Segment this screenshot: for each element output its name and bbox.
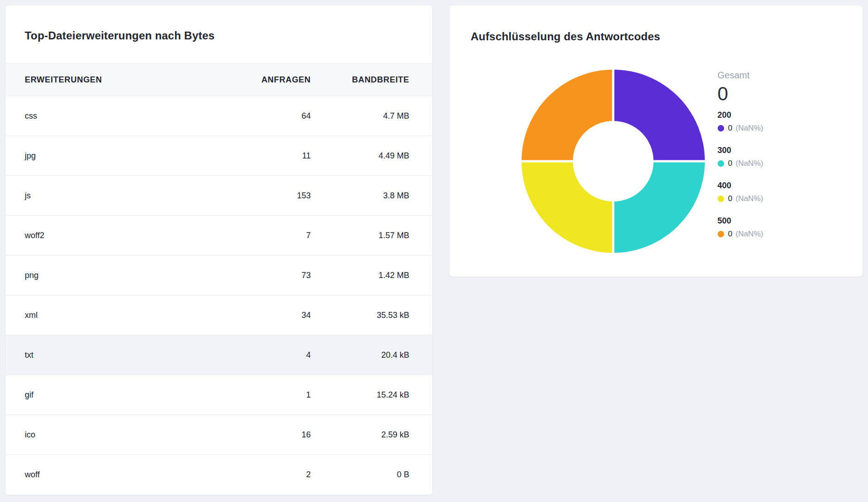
bandwidth-cell: 20.4 kB [311, 350, 409, 360]
legend-item: 400 0 (NaN%) [718, 180, 791, 204]
extensions-table-body: css 64 4.7 MB jpg 11 4.49 MB js 153 3.8 … [5, 96, 432, 495]
requests-cell: 73 [221, 271, 311, 280]
legend-color-dot [718, 196, 724, 202]
extension-cell: ico [25, 430, 221, 440]
legend-value-row: 0 (NaN%) [718, 158, 791, 169]
legend-color-dot [718, 160, 724, 167]
extension-cell: png [25, 271, 221, 280]
response-codes-card: Aufschlüsselung des Antwortcodes Gesamt … [450, 5, 863, 277]
table-row: woff 2 0 B [5, 455, 432, 495]
extensions-card: Top-Dateierweiterungen nach Bytes Erweit… [5, 5, 432, 495]
column-header-requests: Anfragen [221, 75, 311, 85]
requests-cell: 1 [221, 390, 311, 400]
extension-cell: gif [25, 390, 221, 400]
table-row: ico 16 2.59 kB [5, 415, 432, 455]
extension-cell: xml [25, 311, 221, 320]
legend-item: 300 0 (NaN%) [718, 145, 791, 169]
legend-color-dot [718, 125, 724, 131]
legend-value-row: 0 (NaN%) [718, 123, 791, 133]
bandwidth-cell: 2.59 kB [311, 430, 409, 440]
requests-cell: 4 [221, 350, 311, 360]
legend: 200 0 (NaN%) 300 0 (NaN%) 400 0 (NaN%) 5… [718, 110, 791, 239]
requests-cell: 34 [221, 311, 311, 320]
table-row: txt 4 20.4 kB [5, 335, 432, 375]
column-header-bandwidth: Bandbreite [311, 75, 409, 85]
legend-code-label: 500 [718, 216, 791, 226]
bandwidth-cell: 3.8 MB [311, 191, 409, 201]
table-row: gif 1 15.24 kB [5, 375, 432, 415]
table-row: woff2 7 1.57 MB [5, 216, 432, 256]
legend-value: 0 [728, 229, 732, 239]
donut-chart [522, 70, 705, 253]
legend-percent: (NaN%) [736, 123, 763, 133]
bandwidth-cell: 0 B [311, 470, 409, 480]
bandwidth-cell: 1.57 MB [311, 231, 409, 240]
extension-cell: woff2 [25, 231, 221, 240]
total-value: 0 [718, 82, 791, 105]
total-label: Gesamt [718, 70, 791, 81]
extension-cell: css [25, 111, 221, 121]
legend-percent: (NaN%) [736, 194, 763, 204]
response-codes-card-title: Aufschlüsselung des Antwortcodes [450, 5, 863, 43]
extension-cell: txt [25, 350, 221, 360]
legend-value: 0 [728, 194, 732, 204]
legend-percent: (NaN%) [736, 229, 763, 239]
table-header: Erweiterungen Anfragen Bandbreite [5, 63, 432, 96]
extensions-card-title: Top-Dateierweiterungen nach Bytes [5, 5, 432, 63]
requests-cell: 16 [221, 430, 311, 440]
table-row: css 64 4.7 MB [5, 96, 432, 136]
table-row: js 153 3.8 MB [5, 176, 432, 216]
legend-color-dot [718, 231, 724, 237]
table-row: png 73 1.42 MB [5, 256, 432, 295]
requests-cell: 11 [221, 151, 311, 161]
legend-value: 0 [728, 123, 732, 133]
legend-code-label: 300 [718, 145, 791, 155]
legend-item: 500 0 (NaN%) [718, 216, 791, 239]
legend-code-label: 400 [718, 180, 791, 191]
extension-cell: js [25, 191, 221, 201]
bandwidth-cell: 4.49 MB [311, 151, 409, 161]
column-header-extensions: Erweiterungen [25, 75, 221, 85]
extension-cell: woff [25, 470, 221, 480]
legend-percent: (NaN%) [736, 158, 763, 169]
requests-cell: 7 [221, 231, 311, 240]
legend-value-row: 0 (NaN%) [718, 229, 791, 239]
legend-value: 0 [728, 158, 732, 169]
bandwidth-cell: 15.24 kB [311, 390, 409, 400]
bandwidth-cell: 4.7 MB [311, 111, 409, 121]
legend-code-label: 200 [718, 110, 791, 120]
requests-cell: 2 [221, 470, 311, 480]
legend-panel: Gesamt 0 200 0 (NaN%) 300 0 (NaN%) 400 0… [718, 70, 791, 251]
legend-value-row: 0 (NaN%) [718, 194, 791, 204]
chart-row: Gesamt 0 200 0 (NaN%) 300 0 (NaN%) 400 0… [450, 70, 863, 253]
requests-cell: 153 [221, 191, 311, 201]
bandwidth-cell: 35.53 kB [311, 311, 409, 320]
table-row: xml 34 35.53 kB [5, 295, 432, 335]
bandwidth-cell: 1.42 MB [311, 271, 409, 280]
donut-hole [573, 121, 654, 202]
extension-cell: jpg [25, 151, 221, 161]
table-row: jpg 11 4.49 MB [5, 136, 432, 176]
legend-item: 200 0 (NaN%) [718, 110, 791, 133]
requests-cell: 64 [221, 111, 311, 121]
